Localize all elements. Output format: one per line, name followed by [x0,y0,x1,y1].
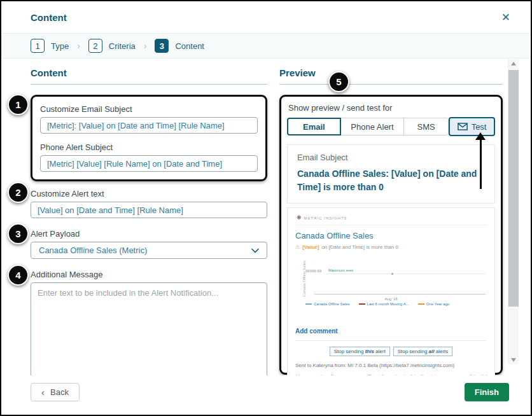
preview-heading: Preview [279,67,503,85]
callout-box-subjects: Customize Email Subject Phone Alert Subj… [31,95,267,181]
stop-all-em: all [429,349,435,354]
alert-value-token: [Value] [302,244,319,250]
email-body-preview-card: ❋ METRIC INSIGHTS Canada Offline Sales ⚠… [287,207,495,385]
chart-legend: Canada Offline Sales Last 6 month Moving… [305,302,487,306]
chevron-right-icon: › [144,41,147,51]
chart-x-tick: Aug '18 [295,297,487,301]
alert-wizard-modal: Content ✕ 1 Type › 2 Criteria › 3 Conten… [0,0,532,416]
chart-gridline [326,274,486,274]
step-content[interactable]: 3 Content [155,39,204,53]
phone-subject-input[interactable] [40,155,258,172]
stop-all-post: alerts [435,349,449,354]
email-subject-label: Customize Email Subject [40,104,258,114]
legend-item: Last 6 month Moving A... [359,302,409,306]
back-button[interactable]: ‹ Back [31,383,80,401]
step-criteria-label: Criteria [109,41,136,51]
preview-section: Preview Show preview / send test for Ema… [279,67,503,375]
wizard-stepper: 1 Type › 2 Criteria › 3 Content [1,33,531,59]
sent-to-line: Sent to Kateryna from: MI 7.0.1 Beta (ht… [295,363,487,368]
preview-subject-value: Canada Offline Sales: [Value] on [Date a… [297,167,485,194]
legend-item: One Year ago [418,302,450,306]
legend-item: Canada Offline Sales [305,302,350,306]
alert-payload-value: Canada Offline Sales (Metric) [39,246,147,255]
logo-text: METRIC INSIGHTS [304,216,347,220]
step-type-number: 1 [31,39,45,53]
chart-annotation: Maximum ever [328,268,353,272]
scrollbar-thumb[interactable] [508,70,519,307]
step-content-number: 3 [155,39,169,53]
chart-data-point [391,273,393,275]
chart-x-axis [314,294,486,295]
warning-icon: ⚠ [295,245,300,250]
back-button-label: Back [50,387,69,397]
callout-4: 4 [8,265,29,286]
legend-swatch [359,303,365,305]
legend-swatch [305,303,312,305]
content-section: Content Customize Email Subject Phone Al… [31,67,267,394]
stop-this-em: this [365,349,374,354]
tab-sms[interactable]: SMS [403,118,449,135]
add-comment-link[interactable]: Add comment [295,328,487,335]
envelope-icon [458,123,468,130]
modal-title: Content [31,12,67,23]
email-mini-chart: Canada Offline Sales 99999.99 Maximum ev… [295,260,487,301]
step-type-label: Type [51,41,69,51]
email-divider [295,340,487,341]
step-content-label: Content [175,41,204,51]
chevron-down-icon [251,248,259,253]
alert-text-label: Customize Alert text [31,189,267,198]
additional-message-label: Additional Message [31,270,267,279]
modal-footer: ‹ Back Finish [1,375,531,415]
stop-this-alert-button[interactable]: Stop sending this alert [330,347,390,356]
legend-label: Last 6 month Moving A... [367,302,409,306]
callout-2: 2 [8,182,29,203]
vertical-scrollbar[interactable] [508,59,519,364]
stop-all-pre: Stop sending [398,349,429,354]
chevron-right-icon: › [77,41,80,51]
email-subject-preview-card: Email Subject Canada Offline Sales: [Val… [287,144,495,204]
modal-header: Content ✕ [1,1,531,33]
annotation-arrow-up-icon [475,132,486,190]
phone-subject-label: Phone Alert Subject [40,142,258,152]
stop-this-pre: Stop sending [334,349,365,354]
step-criteria-number: 2 [88,39,102,53]
callout-3: 3 [8,223,29,244]
send-test-button[interactable]: Test [449,117,495,136]
alert-text-input[interactable] [31,202,267,218]
email-alert-line: ⚠ [Value] on [Date and Time] is more tha… [295,244,487,250]
stop-this-post: alert [374,349,386,354]
step-type[interactable]: 1 Type [31,39,69,53]
legend-swatch [418,303,424,305]
callout-5: 5 [328,71,349,92]
logo-flower-icon: ❋ [297,215,302,221]
email-metric-title: Canada Offline Sales [295,231,487,240]
alert-payload-label: Alert Payload [31,229,267,239]
tab-phone-alert[interactable]: Phone Alert [340,118,404,135]
chart-y-tick: 99999.99 [305,269,321,273]
send-test-label: Test [472,122,487,132]
stop-all-alerts-button[interactable]: Stop sending all alerts [393,347,453,356]
scroll-down-arrow-icon[interactable] [511,358,516,362]
chart-y-axis-label: Canada Offline Sales [302,261,306,297]
legend-label: Canada Offline Sales [314,302,350,306]
finish-button[interactable]: Finish [465,383,509,401]
close-icon[interactable]: ✕ [499,10,513,25]
content-heading: Content [31,67,267,85]
email-logo: ❋ METRIC INSIGHTS [295,214,487,225]
stop-buttons-row: Stop sending this alert Stop sending all… [295,347,487,356]
scroll-up-arrow-icon[interactable] [511,62,516,66]
preview-subject-label: Email Subject [297,153,485,162]
alert-condition-text: on [Date and Time] is more than 0 [321,244,398,250]
chevron-left-icon: ‹ [41,387,45,397]
show-preview-label: Show preview / send test for [288,103,495,113]
callout-1: 1 [8,94,29,115]
callout-box-preview: Show preview / send test for Email Phone… [279,95,503,375]
alert-payload-select[interactable]: Canada Offline Sales (Metric) [31,242,267,259]
preview-tab-bar: Email Phone Alert SMS Test [287,117,495,136]
tab-email[interactable]: Email [287,118,341,135]
finish-button-label: Finish [475,387,499,397]
email-subject-input[interactable] [40,117,258,134]
legend-label: One Year ago [426,302,450,306]
step-criteria[interactable]: 2 Criteria [88,39,136,53]
